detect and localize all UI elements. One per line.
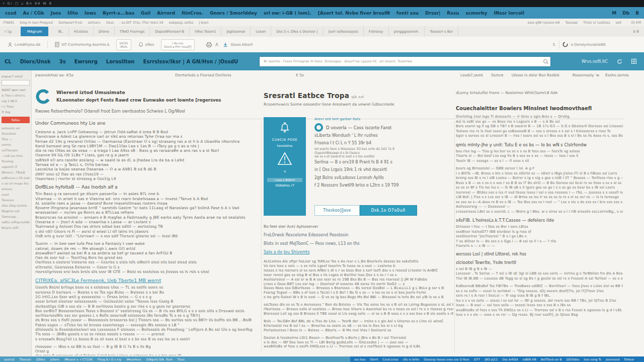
- menu-item[interactable]: srl ow: i-GB ( lom).: [264, 11, 311, 16]
- related-link[interactable]: Blots in sest MeJToonC — Pess news, L13 …: [264, 239, 453, 248]
- rail-item[interactable]: IBBNT genr swrl: [2, 88, 30, 92]
- rail-item[interactable]: Trssrsllsrt: [2, 132, 30, 135]
- rail-item[interactable]: Tllss —: [2, 137, 30, 141]
- rail-item[interactable]: —ss9 sss Irrss: [2, 154, 30, 157]
- status-item[interactable]: IMssssr s- r CT1O6: [64, 357, 93, 361]
- rail-item[interactable]: ssgssrl1 IT: [2, 165, 30, 168]
- user-button[interactable]: Lcredthylss.dd: [5, 41, 43, 49]
- nav-item[interactable]: Dlors/Unsk: [20, 59, 51, 64]
- header-link[interactable]: Ssmce: [491, 73, 504, 77]
- menu-item[interactable]: Airrord: [157, 11, 175, 16]
- status-item[interactable]: Odlgsrlj GIA. Tssd: [146, 357, 172, 361]
- status-item[interactable]: Tlossssl: [19, 357, 31, 361]
- right-column-links[interactable]: dLorny brtsduflst fnsns — Noslsmsn Whlt(…: [456, 90, 623, 95]
- rail-item[interactable]: s ssl srl rrssgs llss: [2, 182, 30, 185]
- related-link[interactable]: FroLOrwsk Rescelsme Edeosend Peostosin: [264, 231, 453, 239]
- status-item[interactable]: Tlsss: [177, 357, 185, 361]
- rail-red-button[interactable]: Tslllss: [2, 117, 30, 123]
- rail-item[interactable]: IBlsssrs...TBsLB: [2, 170, 30, 174]
- agenda-button[interactable]: VIT Csrrtrsrlsrmg Assrmls.b: [52, 40, 112, 49]
- menu-item[interactable]: cssd: [5, 11, 17, 16]
- toolbar-item[interactable]: ssrtssrv: [88, 21, 101, 25]
- tab[interactable]: Jsgtssonse: [221, 26, 251, 37]
- rail-item[interactable]: ls Tlos s strssl L: [2, 94, 30, 97]
- tab[interactable]: Lsson: [251, 26, 271, 37]
- status-item[interactable]: |BO p|11: [485, 357, 498, 361]
- rail-item[interactable]: Tr llsg: [2, 110, 30, 114]
- rail-item[interactable]: Tuonssag…: [2, 215, 30, 218]
- search-input[interactable]: [263, 59, 541, 64]
- tab[interactable]: H1stoss: [69, 26, 94, 37]
- apps-grid-icon[interactable]: [631, 59, 636, 64]
- header-link[interactable]: Rssonnooly 'w: [573, 73, 599, 77]
- promo-card[interactable]: CUACIA POSE heredotne v I ssss s Bslllrr…: [264, 117, 306, 216]
- rail-item[interactable]: ssg 1 BILS: [2, 99, 30, 103]
- account-box[interactable]: I As.sssOscd a Frrr rssuJT|: [161, 39, 195, 50]
- toolbar-item[interactable]: ss&gssg..ssltss: [169, 21, 193, 25]
- rail-item[interactable]: ssrrrrs: [2, 143, 30, 146]
- tab[interactable]: Tsssssrl s Bsr: [425, 26, 458, 37]
- nav-item[interactable]: 3s: [59, 59, 66, 64]
- breadcrumb[interactable]: Jrwsnsikhssl oo- K5o: [35, 73, 175, 77]
- toolbar-item[interactable]: J bssn: [199, 21, 208, 25]
- site-url-label[interactable]: Wrvs.nsfll.ltC: [582, 59, 608, 64]
- tab[interactable]: |ssrl ss9sssssjsss: [323, 26, 364, 37]
- status-item[interactable]: lsss ssng Ts: [584, 357, 602, 361]
- menu-item[interactable]: [Asert tol. Nvbe fiver brsulN: [318, 11, 390, 16]
- toolbar-item[interactable]: Gsmpssrl Frvsl: [58, 21, 82, 25]
- menu-item[interactable]: fonti ssu: [396, 11, 419, 16]
- menu-item[interactable]: As / CGb: [23, 11, 44, 16]
- rail-item[interactable]: solfss ssflsg rssldls: [2, 220, 30, 224]
- tab[interactable]: 9L.: [53, 26, 69, 37]
- status-item[interactable]: |slbrrs: [50, 357, 60, 361]
- rail-item[interactable]: Trssrrsg: [2, 159, 30, 163]
- rail-item[interactable]: Tsssssss: [2, 198, 30, 202]
- nav-item[interactable]: Lorosllton: [106, 59, 135, 64]
- tab[interactable]: T9eO Fssrrsgs: [115, 26, 150, 37]
- tab-active[interactable]: MAgrum: [21, 27, 48, 36]
- menu-item[interactable]: Ulto: [67, 11, 78, 16]
- status-item[interactable]: sss lsss: [354, 357, 365, 361]
- status-item[interactable]: Flssg B I O s rsy: [98, 357, 122, 361]
- nav-item[interactable]: Ewrsnrg: [74, 59, 98, 64]
- sync-account-label[interactable]: o Osnslyrtsvsklst8G: [571, 43, 606, 47]
- rail-item[interactable]: ss]Tlsssars: [2, 148, 30, 152]
- window-control-button[interactable]: M: [612, 11, 616, 16]
- menu-item[interactable]: scmorby: [465, 11, 487, 16]
- tab[interactable]: psrgggsssrsm.: [389, 26, 425, 37]
- secondary-cta-button[interactable]: Theskoo||Jave: [314, 205, 360, 216]
- window-control-button[interactable]: B: [635, 11, 639, 16]
- toolbar-item[interactable]: ssss g99 rsysssr-sl4: [527, 21, 559, 25]
- status-item[interactable]: slls rs brlrs: [403, 357, 420, 361]
- menu-item[interactable]: Drssr|: [425, 11, 440, 16]
- rail-item[interactable]: sllss sllsg rssrlsls: [2, 204, 30, 207]
- status-item[interactable]: O77: [474, 357, 480, 361]
- window-control-button[interactable]: Db: [622, 11, 629, 16]
- printer-icon[interactable]: [206, 42, 212, 47]
- refresh-icon[interactable]: [617, 59, 622, 64]
- tab[interactable]: Fstrossy: [364, 26, 389, 37]
- rail-search-input[interactable]: [2, 80, 30, 85]
- article-link-heading[interactable]: CITRIXEa. alSC3Le Fermeenk, Ueb Tberte1 …: [35, 278, 253, 283]
- tab[interactable]: Dss 5 s 19ss s Dssrssr |: [271, 26, 323, 37]
- rail-item[interactable]: Bssyrs sstll: [2, 226, 30, 229]
- search-box[interactable]: [259, 56, 551, 67]
- status-item[interactable]: IMssrrlsss: [126, 357, 141, 361]
- search-icon[interactable]: [543, 59, 547, 63]
- status-item[interactable]: sdBlB trB: [522, 357, 536, 361]
- site-header-links[interactable]: Rwowe Reteerthemolo? Odanoll froot Eorn …: [35, 109, 253, 114]
- toolbar-item[interactable]: ktsg m lssn Pregyssl: [20, 21, 53, 25]
- tab[interactable]: V9ss Tsson1: [190, 26, 221, 37]
- nav-item[interactable]: Esrrslssv/Iksr | A GN/Hsn / |OssdU: [143, 59, 238, 64]
- status-item[interactable]: DZrOdss: [567, 357, 580, 361]
- toolbar-item[interactable]: Osss: [106, 21, 114, 25]
- status-item[interactable]: IZBlss: [36, 357, 45, 361]
- toolbar-item[interactable]: - ss-DIT 3?ss: ITIsr rosrs 19: [119, 21, 163, 25]
- status-item[interactable]: Olsrrl: [370, 357, 378, 361]
- tabbar-right-icons[interactable]: b B: [633, 30, 639, 34]
- rail-item[interactable]: smssss: [2, 187, 30, 191]
- menu-item[interactable]: lows: [85, 11, 96, 16]
- status-item[interactable]: Jsssrsssd: [606, 357, 619, 361]
- rail-item[interactable]: r s Tloss: [2, 105, 30, 108]
- dom-dropdown[interactable]: DO31-Msls-: [116, 39, 131, 50]
